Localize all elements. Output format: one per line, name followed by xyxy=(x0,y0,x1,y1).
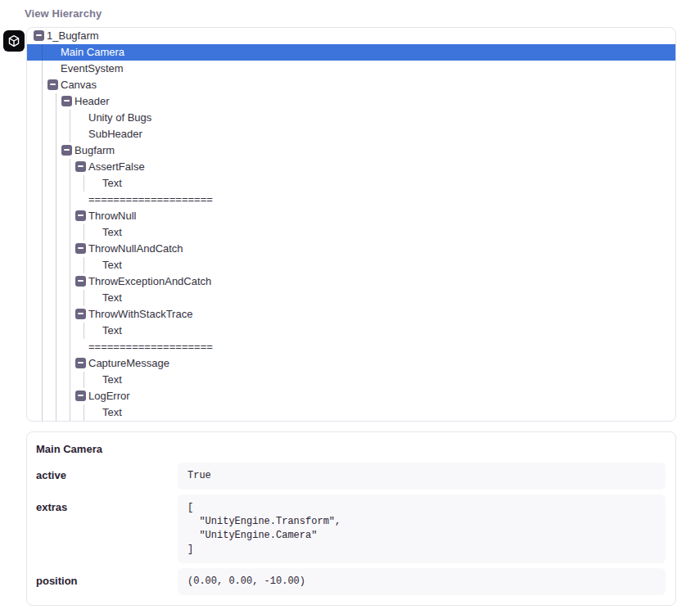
detail-value: True xyxy=(178,463,666,490)
node-details-panel: Main Camera activeTrueextras[ "UnityEngi… xyxy=(26,431,676,606)
tree-node-header[interactable]: Header xyxy=(27,93,675,110)
collapse-minus-icon[interactable] xyxy=(75,210,86,221)
unity-platform-badge xyxy=(3,30,25,52)
tree-guide-line xyxy=(42,44,43,421)
detail-key: extras xyxy=(35,494,178,563)
collapse-minus-icon[interactable] xyxy=(75,243,86,254)
tree-node-label: Bugfarm xyxy=(75,144,115,156)
tree-node-separator[interactable]: ==================== xyxy=(27,339,675,355)
tree-node-label: Text xyxy=(102,406,122,418)
detail-row-active: activeTrue xyxy=(35,463,666,490)
tree-guide-line xyxy=(84,257,84,273)
tree-node-label: Text xyxy=(102,373,122,386)
tree-guide-line xyxy=(84,290,84,306)
tree-guide-line xyxy=(84,224,84,241)
collapse-minus-icon[interactable] xyxy=(34,30,44,41)
unity-logo-icon xyxy=(7,34,20,47)
tree-node-label: 1_Bugfarm xyxy=(47,29,99,42)
tree-node-label: Text xyxy=(102,226,122,238)
detail-row-extras: extras[ "UnityEngine.Transform", "UnityE… xyxy=(35,494,666,563)
detail-key: active xyxy=(35,463,178,490)
collapse-minus-icon[interactable] xyxy=(47,79,58,90)
tree-node-text[interactable]: Text xyxy=(27,257,675,273)
tree-node-bugfarm[interactable]: Bugfarm xyxy=(27,142,675,159)
collapse-minus-icon[interactable] xyxy=(61,145,72,156)
tree-guide-line xyxy=(70,110,70,142)
tree-node-text[interactable]: Text xyxy=(27,323,675,339)
tree-node-label: Text xyxy=(102,259,122,271)
tree-node-thrownullandcatch[interactable]: ThrowNullAndCatch xyxy=(27,241,675,257)
collapse-minus-icon[interactable] xyxy=(61,96,72,106)
tree-node-unity-of-bugs[interactable]: Unity of Bugs xyxy=(27,110,675,126)
tree-node-label: LogError xyxy=(88,390,130,402)
tree-node-assertfalse[interactable]: AssertFalse xyxy=(27,159,675,175)
hierarchy-tree: 1_BugfarmMain CameraEventSystemCanvasHea… xyxy=(27,28,675,421)
collapse-minus-icon[interactable] xyxy=(75,309,86,319)
tree-node-text[interactable]: Text xyxy=(27,290,675,306)
collapse-minus-icon[interactable] xyxy=(75,358,86,368)
detail-value: (0.00, 0.00, -10.00) xyxy=(178,568,666,595)
tree-node-label: EventSystem xyxy=(61,62,124,74)
detail-key: position xyxy=(35,568,178,595)
detail-value: [ "UnityEngine.Transform", "UnityEngine.… xyxy=(178,494,666,563)
tree-node-label: AssertFalse xyxy=(88,160,145,173)
view-hierarchy-title: View Hierarchy xyxy=(25,7,700,20)
tree-node-label: SubHeader xyxy=(88,128,142,140)
tree-node-label: Unity of Bugs xyxy=(88,111,151,124)
tree-node-thrownull[interactable]: ThrowNull xyxy=(27,208,675,224)
tree-node-main-camera[interactable]: Main Camera xyxy=(27,44,675,61)
tree-node-label: ThrowNullAndCatch xyxy=(88,242,183,255)
tree-node-label: Main Camera xyxy=(61,46,124,58)
tree-node-text[interactable]: Text xyxy=(27,175,675,192)
tree-node-separator[interactable]: ==================== xyxy=(27,192,675,208)
tree-guide-line xyxy=(84,175,84,192)
tree-node-1-bugfarm[interactable]: 1_Bugfarm xyxy=(27,28,675,44)
tree-node-text[interactable]: Text xyxy=(27,372,675,388)
detail-row-position: position(0.00, 0.00, -10.00) xyxy=(35,568,666,595)
tree-guide-line xyxy=(56,93,56,421)
details-table: activeTrueextras[ "UnityEngine.Transform… xyxy=(35,463,666,595)
hierarchy-panel: 1_BugfarmMain CameraEventSystemCanvasHea… xyxy=(26,27,676,422)
tree-node-eventsystem[interactable]: EventSystem xyxy=(27,61,675,77)
tree-guide-line xyxy=(84,372,84,388)
tree-node-label: Text xyxy=(102,291,122,304)
tree-node-canvas[interactable]: Canvas xyxy=(27,77,675,93)
tree-node-text[interactable]: Text xyxy=(27,224,675,241)
details-title: Main Camera xyxy=(35,432,666,463)
tree-node-label: ==================== xyxy=(88,341,213,353)
tree-node-throwexceptionandcatch[interactable]: ThrowExceptionAndCatch xyxy=(27,273,675,290)
collapse-minus-icon[interactable] xyxy=(75,391,86,401)
tree-node-label: Header xyxy=(75,95,110,107)
tree-node-label: ThrowExceptionAndCatch xyxy=(88,275,211,287)
tree-guide-line xyxy=(84,404,84,421)
tree-guide-line xyxy=(70,159,70,421)
tree-node-label: ThrowNull xyxy=(88,210,137,222)
tree-node-label: Text xyxy=(102,324,122,336)
tree-node-label: Canvas xyxy=(61,79,97,91)
tree-node-subheader[interactable]: SubHeader xyxy=(27,126,675,142)
collapse-minus-icon[interactable] xyxy=(75,276,86,287)
tree-node-label: ==================== xyxy=(88,193,213,205)
tree-node-logerror[interactable]: LogError xyxy=(27,388,675,404)
tree-node-label: Text xyxy=(102,177,122,189)
tree-node-capturemessage[interactable]: CaptureMessage xyxy=(27,355,675,372)
tree-guide-line xyxy=(84,323,84,339)
tree-node-throwwithstacktrace[interactable]: ThrowWithStackTrace xyxy=(27,306,675,323)
tree-node-label: CaptureMessage xyxy=(88,357,169,369)
tree-node-text[interactable]: Text xyxy=(27,404,675,421)
tree-node-label: ThrowWithStackTrace xyxy=(88,308,192,320)
collapse-minus-icon[interactable] xyxy=(75,161,86,172)
